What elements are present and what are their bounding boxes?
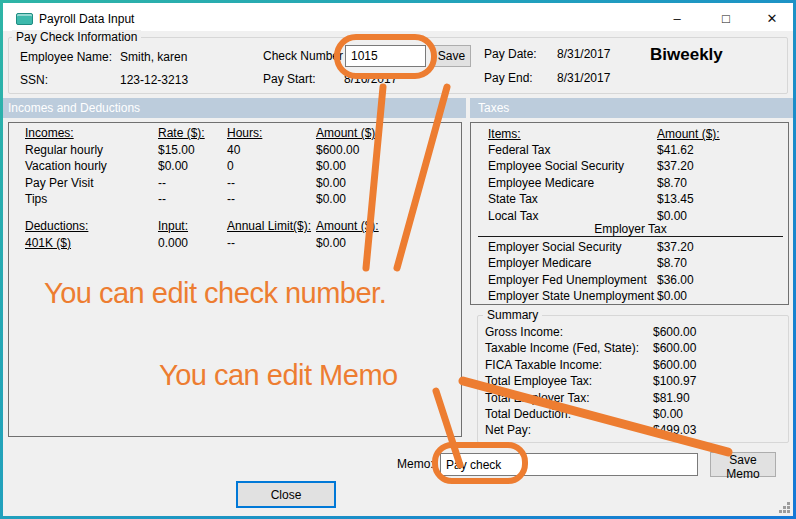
table-row: Employer Medicare$8.70 — [488, 256, 694, 272]
employee-name-value: Smith, karen — [120, 50, 187, 64]
deductions-col-header: Deductions: — [25, 219, 88, 233]
table-row: Employer Fed Unemployment$36.00 — [488, 273, 694, 289]
table-row: Tips----$0.00 — [25, 192, 359, 208]
payroll-window: Payroll Data Input – □ ✕ Pay Check Infor… — [0, 0, 796, 519]
table-cell-amount: $100.97 — [653, 374, 696, 388]
deductions-table: 401K ($)0.000--$0.00 — [25, 236, 346, 252]
table-cell-hours: 0 — [227, 159, 316, 173]
table-cell-amount: $36.00 — [657, 273, 694, 287]
table-row: Gross Income:$600.00 — [485, 325, 696, 341]
pay-end-value: 8/31/2017 — [557, 71, 610, 85]
memo-input[interactable] — [440, 453, 698, 476]
table-cell-name: Tips — [25, 192, 158, 206]
table-cell-name: Federal Tax — [488, 143, 657, 157]
table-cell-amount: $81.90 — [653, 391, 696, 405]
table-cell-rate: -- — [158, 176, 227, 190]
tax-items-col-header: Items: — [488, 127, 521, 141]
taxes-section-header: Taxes — [470, 98, 793, 118]
table-cell-amount: $41.62 — [657, 143, 694, 157]
table-cell-amount: $0.00 — [316, 192, 359, 206]
table-cell-amount: $0.00 — [316, 176, 359, 190]
pay-start-label: Pay Start: — [263, 72, 316, 86]
table-cell-rate: $0.00 — [158, 159, 227, 173]
table-cell-rate: -- — [158, 192, 227, 206]
table-row: FICA Taxable Income:$600.00 — [485, 358, 696, 374]
title-bar: Payroll Data Input – □ ✕ — [3, 3, 793, 31]
table-cell-amount: $0.00 — [316, 159, 359, 173]
table-cell-hours: -- — [227, 192, 316, 206]
save-check-number-button[interactable]: Save — [432, 45, 471, 67]
close-button[interactable]: Close — [236, 481, 336, 508]
table-cell-limit: -- — [227, 236, 316, 250]
table-row: State Tax$13.45 — [488, 192, 694, 208]
check-number-input[interactable] — [345, 45, 426, 67]
app-icon — [16, 13, 33, 25]
table-cell-hours: 40 — [227, 143, 316, 157]
table-cell-input: 0.000 — [158, 236, 227, 250]
table-cell-name: Taxable Income (Fed, State): — [485, 341, 653, 355]
minimize-button-icon[interactable]: – — [660, 8, 694, 29]
table-cell-name: Employer Social Security — [488, 240, 657, 254]
pay-date-value: 8/31/2017 — [557, 47, 610, 61]
table-row: Net Pay:$499.03 — [485, 423, 696, 439]
table-cell-name: Regular hourly — [25, 143, 158, 157]
table-row: Federal Tax$41.62 — [488, 143, 694, 159]
amount-col-header: Amount ($): — [316, 126, 379, 140]
employee-tax-table: Federal Tax$41.62Employee Social Securit… — [488, 143, 694, 225]
pay-start-value: 8/16/2017 — [344, 72, 397, 86]
table-cell-amount: $0.00 — [653, 407, 696, 421]
close-window-button-icon[interactable]: ✕ — [755, 8, 789, 29]
table-row: Total Employee Tax:$100.97 — [485, 374, 696, 390]
pay-frequency-value: Biweekly — [650, 45, 723, 65]
table-cell-name: Employer State Unemployment — [488, 289, 657, 303]
table-cell-name: Employer Medicare — [488, 256, 657, 270]
table-cell-amount: $8.70 — [657, 176, 694, 190]
table-cell-name: Employee Medicare — [488, 176, 657, 190]
table-cell-hours: -- — [227, 176, 316, 190]
hours-col-header: Hours: — [227, 126, 262, 140]
pay-end-label: Pay End: — [484, 71, 533, 85]
table-cell-name: Vacation hourly — [25, 159, 158, 173]
table-cell-amount: $0.00 — [316, 236, 346, 250]
rate-col-header: Rate ($): — [158, 126, 205, 140]
save-memo-button[interactable]: Save Memo — [710, 452, 776, 477]
table-cell-amount: $600.00 — [316, 143, 359, 157]
input-col-header: Input: — [158, 219, 188, 233]
table-cell-amount: $13.45 — [657, 192, 694, 206]
incomes-section-header: Incomes and Deductions — [3, 98, 466, 118]
table-row: Vacation hourly$0.000$0.00 — [25, 159, 359, 175]
table-cell-amount: $37.20 — [657, 240, 694, 254]
table-cell-amount: $499.03 — [653, 423, 696, 437]
table-row: Regular hourly$15.0040$600.00 — [25, 143, 359, 159]
tax-amount-col-header: Amount ($): — [657, 127, 720, 141]
window-title: Payroll Data Input — [39, 12, 134, 26]
table-cell-amount: $8.70 — [657, 256, 694, 270]
summary-table: Gross Income:$600.00Taxable Income (Fed,… — [485, 325, 696, 440]
deduction-amount-col-header: Amount ($): — [316, 219, 379, 233]
ssn-value: 123-12-3213 — [120, 73, 188, 87]
table-row: Employer Social Security$37.20 — [488, 240, 694, 256]
memo-label: Memo: — [397, 457, 434, 471]
table-cell-amount: $0.00 — [657, 209, 694, 223]
paycheck-info-label: Pay Check Information — [12, 30, 141, 44]
table-cell-name: Total Employee Tax: — [485, 374, 653, 388]
resize-grip-icon[interactable] — [778, 502, 790, 514]
table-cell-name: FICA Taxable Income: — [485, 358, 653, 372]
summary-label: Summary — [483, 308, 542, 322]
pay-date-label: Pay Date: — [484, 47, 537, 61]
ssn-label: SSN: — [20, 73, 48, 87]
table-cell-amount: $0.00 — [657, 289, 694, 303]
table-row: Taxable Income (Fed, State):$600.00 — [485, 341, 696, 357]
table-cell-amount: $600.00 — [653, 325, 696, 339]
table-cell-name: Total Employer Tax: — [485, 391, 653, 405]
table-cell-amount: $37.20 — [657, 159, 694, 173]
table-cell-name: Pay Per Visit — [25, 176, 158, 190]
table-row: Total Deduction:$0.00 — [485, 407, 696, 423]
table-cell-name: Local Tax — [488, 209, 657, 223]
table-cell-name: Total Deduction: — [485, 407, 653, 421]
employer-tax-section-header: Employer Tax — [478, 222, 783, 237]
check-number-annotation-text: You can edit check number. — [44, 277, 386, 310]
table-row: Pay Per Visit----$0.00 — [25, 176, 359, 192]
table-row: Employee Medicare$8.70 — [488, 176, 694, 192]
maximize-button-icon[interactable]: □ — [709, 8, 743, 29]
